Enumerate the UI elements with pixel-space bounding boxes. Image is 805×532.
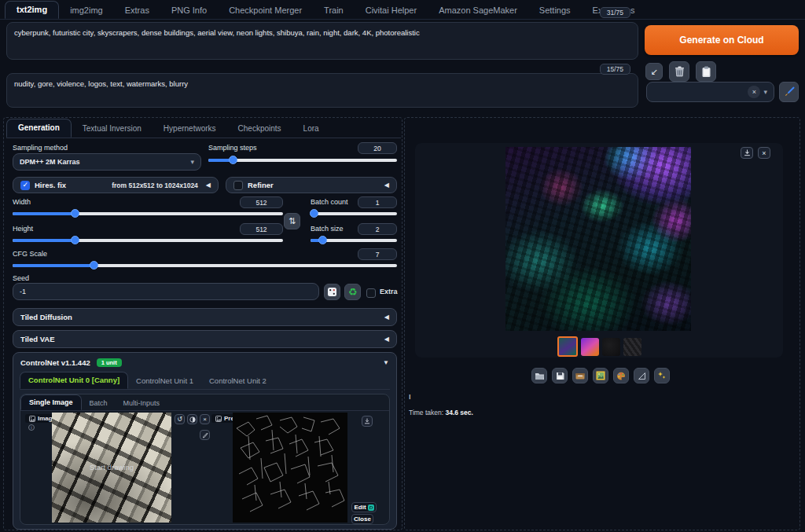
tab-controlnet-unit-0[interactable]: ControlNet Unit 0 [Canny] [20,372,128,389]
tab-train[interactable]: Train [313,2,355,19]
hires-fix-hint: from 512x512 to 1024x1024 [112,182,198,189]
tab-multi-inputs[interactable]: Multi-Inputs [116,396,168,410]
sampling-method-label: Sampling method [13,144,68,152]
reuse-seed-button[interactable]: ♻ [344,284,361,300]
restore-progress-button[interactable]: ↙ [645,63,663,80]
clear-image-button[interactable]: × [200,414,210,424]
swap-arrows-icon: ⇅ [289,216,296,226]
tab-hypernetworks[interactable]: Hypernetworks [153,120,227,138]
controlnet-input-image[interactable]: Start drawing [52,413,171,523]
sampling-method-value: DPM++ 2M Karras [20,158,80,166]
generate-on-cloud-button[interactable]: Generate on Cloud [645,25,799,55]
tiled-diffusion-label: Tiled Diffusion [20,313,72,321]
photopea-close-button[interactable]: Close [351,514,373,524]
photopea-edit-button[interactable]: Edit [351,502,377,512]
upscale-button[interactable] [654,368,670,383]
sketch-button[interactable] [200,430,210,440]
photopea-icon [368,504,374,511]
clear-prompt-button[interactable] [669,61,689,82]
collapse-arrow-icon[interactable]: ◀ [206,182,211,189]
tab-single-image[interactable]: Single Image [20,394,82,410]
batch-count-slider[interactable] [311,209,397,218]
tab-lora[interactable]: Lora [292,120,330,138]
sampling-steps-slider[interactable] [208,156,397,165]
width-slider[interactable] [13,209,283,218]
eraser-button[interactable] [187,414,197,424]
thumbnail-1-selected[interactable] [557,336,578,357]
tab-amazon-sagemaker[interactable]: Amazon SageMaker [428,2,528,19]
triangle-ruler-icon [638,372,646,380]
clear-styles-icon[interactable]: × [748,86,760,98]
close-gallery-button[interactable]: × [758,147,770,159]
tab-textual-inversion[interactable]: Textual Inversion [72,120,153,138]
random-seed-button[interactable] [324,284,340,300]
send-to-extras-button[interactable] [634,368,649,383]
styles-dropdown[interactable]: × ▾ [646,82,774,102]
tiled-vae-accordion[interactable]: Tiled VAE ◀ [13,330,397,348]
cfg-scale-value[interactable]: 7 [358,248,397,260]
refiner-label: Refiner [248,181,274,189]
canny-edge-map [233,413,347,523]
hires-fix-label: Hires. fix [35,181,66,189]
info-icon[interactable]: i [28,424,35,431]
controlnet-unit-count-badge: 1 unit [97,358,122,367]
cfg-scale-label: CFG Scale [13,250,47,258]
paste-generation-params-button[interactable] [696,61,716,82]
tab-batch[interactable]: Batch [82,396,116,410]
preprocessor-preview-image[interactable] [233,413,347,523]
send-to-img2img-button[interactable] [593,368,608,383]
tab-settings[interactable]: Settings [528,2,582,19]
tab-controlnet-unit-2[interactable]: ControlNet Unit 2 [201,373,274,389]
edit-label-text: Edit [354,504,366,511]
cfg-scale-slider[interactable] [13,261,397,270]
seed-label: Seed [13,274,29,282]
open-folder-button[interactable] [531,368,547,383]
width-value[interactable]: 512 [240,196,283,208]
batch-size-slider[interactable] [311,236,397,245]
sampling-steps-value[interactable]: 20 [358,142,397,154]
refiner-checkbox[interactable] [233,181,243,190]
thumbnail-3[interactable] [602,338,620,356]
batch-count-value[interactable]: 1 [358,196,397,208]
tab-checkpoints[interactable]: Checkpoints [227,120,292,138]
seed-extra-checkbox[interactable] [366,288,376,298]
tab-extras[interactable]: Extras [114,2,160,19]
tab-generation[interactable]: Generation [6,119,72,138]
thumbnail-4[interactable] [623,338,641,356]
sampling-method-dropdown[interactable]: DPM++ 2M Karras ▾ [13,153,201,171]
generated-image[interactable] [505,147,691,331]
batch-size-value[interactable]: 2 [358,223,397,235]
start-drawing-hint: Start drawing [52,463,171,471]
dice-icon [327,287,337,297]
tab-controlnet-unit-1[interactable]: ControlNet Unit 1 [128,373,201,389]
tab-civitai-helper[interactable]: Civitai Helper [355,2,428,19]
collapse-arrow-icon[interactable]: ◀ [384,182,389,189]
swap-dimensions-button[interactable]: ⇅ [284,213,300,229]
undo-button[interactable]: ↺ [175,414,185,424]
close-icon: × [203,416,207,423]
download-preview-button[interactable] [362,416,373,427]
arrow-down-left-icon: ↙ [650,67,657,77]
tab-checkpoint-merger[interactable]: Checkpoint Merger [218,2,313,19]
tab-png-info[interactable]: PNG Info [160,2,218,19]
seed-input[interactable]: -1 [13,283,319,300]
thumbnail-2[interactable] [581,338,599,356]
batch-count-label: Batch count [311,198,348,206]
hires-fix-checkbox[interactable] [20,181,30,190]
negative-prompt-input[interactable]: nudity, gore, violence, logos, text, wat… [6,73,638,108]
tiled-diffusion-accordion[interactable]: Tiled Diffusion ◀ [13,308,397,326]
height-value[interactable]: 512 [240,223,283,235]
prompt-input[interactable]: cyberpunk, futuristic city, skyscrapers,… [6,22,638,60]
batch-size-label: Batch size [311,225,344,233]
save-zip-button[interactable] [572,368,588,383]
controlnet-accordion-header[interactable]: ControlNet v1.1.442 1 unit ▼ [13,353,396,372]
eraser-icon [189,416,196,423]
height-slider[interactable] [13,236,283,245]
edit-styles-button[interactable] [779,82,799,102]
download-image-button[interactable] [741,147,753,159]
close-label-text: Close [354,515,371,523]
save-image-button[interactable] [552,368,568,383]
tab-img2img[interactable]: img2img [59,2,114,19]
tab-txt2img[interactable]: txt2img [5,1,59,19]
send-to-inpaint-button[interactable] [613,368,629,383]
